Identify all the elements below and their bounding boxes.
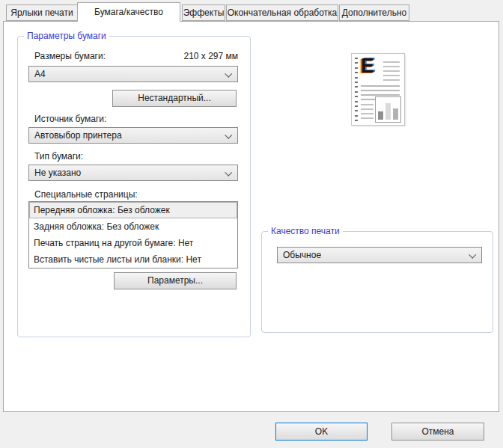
cancel-button[interactable]: Отмена <box>391 423 484 441</box>
print-quality-select[interactable]: Обычное <box>277 247 482 263</box>
paper-size-select[interactable]: A4 <box>28 66 238 82</box>
document-preview: E <box>351 53 405 126</box>
paper-sizes-label: Размеры бумаги: <box>34 51 106 61</box>
tab-page-paper-quality: Параметры бумаги Размеры бумаги: 210 x 2… <box>3 21 499 412</box>
tab-effects[interactable]: Эффекты <box>182 4 225 21</box>
list-item-back-cover[interactable]: Задняя обложка: Без обложек <box>29 218 237 235</box>
special-pages-list: Передняя обложка: Без обложек Задняя обл… <box>28 201 238 269</box>
ok-button[interactable]: OK <box>275 423 368 441</box>
custom-size-button[interactable]: Нестандартный... <box>112 90 237 107</box>
paper-type-selected-value: Не указано <box>34 168 221 178</box>
preview-bar <box>393 108 398 120</box>
paper-dimensions-value: 210 x 297 мм <box>183 51 238 61</box>
special-pages-settings-button[interactable]: Параметры... <box>114 272 237 289</box>
print-quality-selected-value: Обычное <box>283 250 465 260</box>
print-quality-group-label: Качество печати <box>268 226 343 236</box>
paper-options-group-label: Параметры бумаги <box>24 31 109 41</box>
tab-finishing[interactable]: Окончательная обработка <box>226 4 338 21</box>
paper-source-select[interactable]: Автовыбор принтера <box>28 127 238 144</box>
preview-bar-chart <box>375 96 401 123</box>
spiral-binding-decoration <box>355 58 358 122</box>
chevron-down-icon <box>225 169 232 177</box>
special-pages-label: Специальные страницы: <box>34 189 138 200</box>
print-quality-group: Качество печати Обычное <box>261 231 493 333</box>
preview-letter-e: E <box>361 55 374 78</box>
list-item-front-cover[interactable]: Передняя обложка: Без обложек <box>29 202 237 218</box>
paper-size-selected-value: A4 <box>34 69 221 79</box>
paper-type-label: Тип бумаги: <box>34 151 83 162</box>
paper-options-group: Параметры бумаги Размеры бумаги: 210 x 2… <box>17 36 251 337</box>
paper-source-selected-value: Автовыбор принтера <box>34 130 221 141</box>
paper-type-select[interactable]: Не указано <box>28 165 238 181</box>
printer-properties-dialog: Ярлыки печати Бумага/качество Эффекты Ок… <box>0 0 503 448</box>
chevron-down-icon <box>225 132 232 139</box>
chevron-down-icon <box>225 70 232 78</box>
paper-source-label: Источник бумаги: <box>34 114 106 124</box>
tab-paper-quality[interactable]: Бумага/качество <box>77 2 180 22</box>
tab-advanced[interactable]: Дополнительно <box>339 4 409 21</box>
preview-bar <box>385 103 391 120</box>
preview-text-lines <box>361 104 374 122</box>
preview-text-lines <box>383 61 400 82</box>
list-item-print-on-different-paper[interactable]: Печать страниц на другой бумаге: Нет <box>29 235 237 251</box>
chevron-down-icon <box>469 251 476 259</box>
tab-print-shortcuts[interactable]: Ярлыки печати <box>6 4 78 21</box>
preview-bar <box>378 111 383 120</box>
list-item-insert-blank-sheets[interactable]: Вставить чистые листы или бланки: Нет <box>29 251 237 268</box>
